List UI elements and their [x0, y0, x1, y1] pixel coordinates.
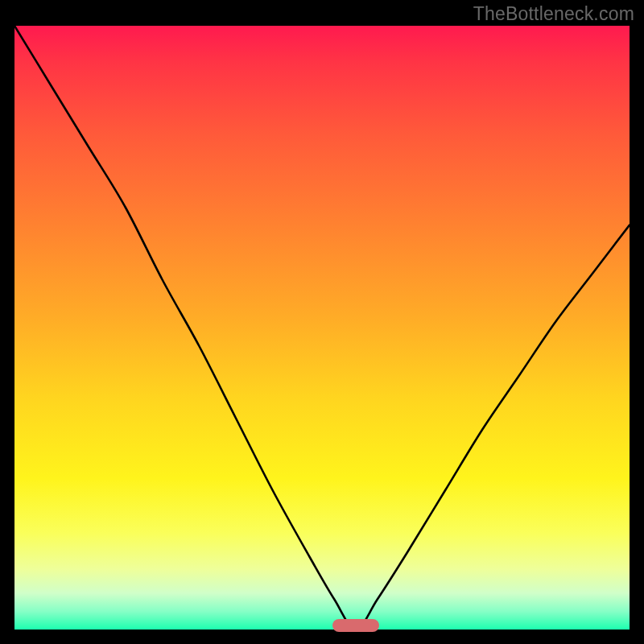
plot-area	[14, 26, 630, 630]
optimal-range-marker	[332, 619, 379, 632]
chart-container: TheBottleneck.com	[0, 0, 644, 644]
curve-path	[14, 26, 630, 630]
bottleneck-curve	[14, 26, 630, 630]
watermark-text: TheBottleneck.com	[473, 3, 634, 25]
